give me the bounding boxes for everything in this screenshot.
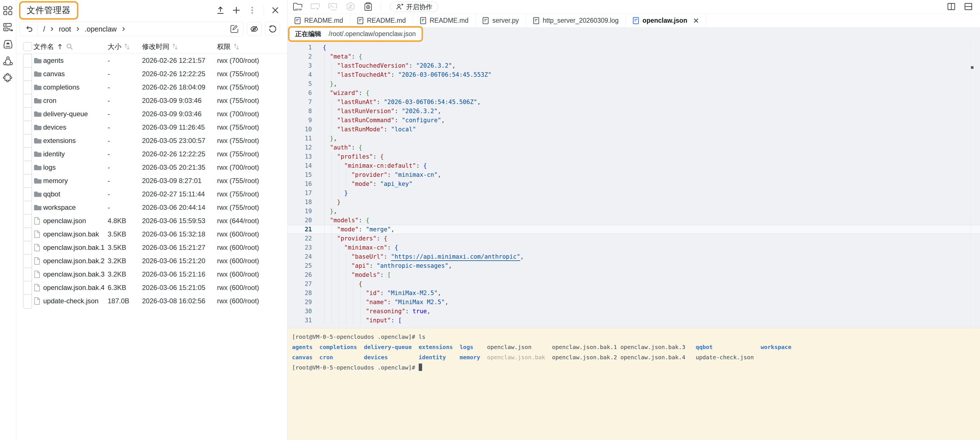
file-row[interactable]: completions - 2026-02-26 18:04:09 rwx (7… — [16, 80, 287, 94]
file-row[interactable]: openclaw.json.bak.2 3.2KB 2026-03-06 15:… — [16, 254, 287, 268]
storage-icon[interactable] — [3, 39, 13, 49]
row-checkbox[interactable] — [23, 174, 31, 187]
editor-tab[interactable]: README.md — [413, 14, 476, 27]
sftp-folder-icon[interactable]: SFTP — [293, 2, 303, 12]
code-editor[interactable]: 1{2 "meta": {3 "lastTouchedVersion": "20… — [288, 42, 980, 328]
close-tab-icon[interactable]: ✕ — [693, 17, 699, 24]
code-line[interactable]: 9 "lastRunCommand": "configure", — [288, 116, 980, 125]
file-row[interactable]: canvas - 2026-02-26 12:22:25 rwx (755/ro… — [16, 67, 287, 80]
row-checkbox[interactable] — [23, 54, 31, 67]
file-row[interactable]: identity - 2026-02-26 12:22:25 rwx (755/… — [16, 147, 287, 161]
code-line[interactable]: 13 "profiles": { — [288, 152, 980, 161]
code-line[interactable]: 18 } — [288, 198, 980, 207]
code-line[interactable]: 31 "input": [ — [288, 316, 980, 325]
file-row[interactable]: extensions - 2026-03-05 23:00:57 rwx (75… — [16, 134, 287, 147]
file-row[interactable]: cron - 2026-03-09 9:03:46 rwx (755/root) — [16, 94, 287, 107]
code-line[interactable]: 5 }, — [288, 79, 980, 88]
code-line[interactable]: 4 "lastTouchedAt": "2026-03-06T06:54:45.… — [288, 70, 980, 79]
edit-path-icon[interactable] — [229, 24, 239, 34]
back-button[interactable] — [20, 22, 38, 36]
code-line[interactable]: 3 "lastTouchedVersion": "2026.3.2", — [288, 61, 980, 70]
breadcrumb-item[interactable]: .openclaw — [85, 25, 117, 33]
row-checkbox[interactable] — [23, 121, 31, 134]
code-line[interactable]: 19 }, — [288, 207, 980, 216]
row-checkbox[interactable] — [23, 107, 31, 121]
row-checkbox[interactable] — [23, 94, 31, 107]
extensions-icon[interactable] — [3, 73, 13, 83]
share-icon[interactable] — [3, 56, 13, 66]
refresh-button[interactable] — [265, 22, 280, 36]
new-file-icon[interactable] — [232, 6, 241, 15]
code-line[interactable]: 25 "api": "anthropic-messages", — [288, 261, 980, 270]
close-panel-icon[interactable] — [271, 6, 280, 15]
code-line[interactable]: 14 "minimax-cn:default": { — [288, 161, 980, 170]
row-checkbox[interactable] — [23, 254, 31, 268]
file-row[interactable]: delivery-queue - 2026-03-09 9:03:46 rwx … — [16, 107, 287, 121]
code-line[interactable]: 1{ — [288, 43, 980, 52]
code-line[interactable]: 20 "models": { — [288, 216, 980, 225]
editor-tab[interactable]: openclaw.json ✕ — [626, 14, 706, 27]
code-line[interactable]: 11 }, — [288, 134, 980, 143]
terminal[interactable]: [root@VM-0-5-opencloudos .openclaw]# lsa… — [288, 328, 980, 440]
row-checkbox[interactable] — [23, 214, 31, 227]
file-row[interactable]: workspace - 2026-03-06 20:44:14 rwx (755… — [16, 201, 287, 214]
apps-icon[interactable] — [3, 6, 13, 16]
file-row[interactable]: openclaw.json.bak.1 3.5KB 2026-03-06 15:… — [16, 241, 287, 254]
file-row[interactable]: openclaw.json.bak 3.5KB 2026-03-06 15:32… — [16, 227, 287, 241]
code-line[interactable]: 30 "reasoning": true, — [288, 307, 980, 316]
start-collaboration-button[interactable]: 开启协作 — [390, 2, 438, 12]
row-checkbox[interactable] — [23, 67, 31, 80]
breadcrumb-item[interactable]: root — [59, 25, 71, 33]
file-row[interactable]: openclaw.json.bak.3 3.2KB 2026-03-06 15:… — [16, 268, 287, 281]
editor-tab[interactable]: README.md — [350, 14, 413, 27]
row-checkbox[interactable] — [23, 134, 31, 147]
server-icon[interactable] — [3, 22, 13, 33]
code-line[interactable]: 23 "minimax-cn": { — [288, 243, 980, 252]
code-line[interactable]: 12 "auth": { — [288, 143, 980, 152]
column-size[interactable]: 大小 — [108, 40, 130, 53]
row-checkbox[interactable] — [23, 161, 31, 174]
scrollbar-marker[interactable] — [971, 66, 974, 69]
code-line[interactable]: 17 } — [288, 188, 980, 198]
toggle-hidden-files-button[interactable] — [247, 22, 262, 36]
column-modified[interactable]: 修改时间 — [142, 40, 178, 53]
row-checkbox[interactable] — [23, 187, 31, 201]
file-row[interactable]: devices - 2026-03-09 11:26:45 rwx (755/r… — [16, 121, 287, 134]
code-line[interactable]: 15 "provider": "minimax-cn", — [288, 170, 980, 179]
row-checkbox[interactable] — [23, 281, 31, 294]
row-checkbox[interactable] — [23, 227, 31, 241]
code-line[interactable]: 28 "id": "MiniMax-M2.5", — [288, 289, 980, 298]
sort-icon[interactable] — [234, 43, 239, 50]
code-line[interactable]: 27 { — [288, 279, 980, 289]
column-perms[interactable]: 权限 — [217, 40, 239, 53]
code-line[interactable]: 6 "wizard": { — [288, 88, 980, 97]
code-line[interactable]: 24 "baseUrl": "https://api.minimaxi.com/… — [288, 252, 980, 261]
row-checkbox[interactable] — [23, 147, 31, 161]
file-row[interactable]: agents - 2026-02-26 12:21:57 rwx (700/ro… — [16, 54, 287, 67]
row-checkbox[interactable] — [23, 241, 31, 254]
screenshot-icon[interactable] — [363, 2, 373, 12]
code-line[interactable]: 22 "providers": { — [288, 234, 980, 243]
code-line[interactable]: 29 "name": "MiniMax M2.5", — [288, 298, 980, 307]
file-row[interactable]: memory - 2026-03-09 8:27:01 rwx (755/roo… — [16, 174, 287, 187]
breadcrumb-item[interactable]: / — [43, 25, 45, 33]
split-horizontal-icon[interactable] — [964, 3, 973, 11]
file-row[interactable]: update-check.json 187.0B 2026-03-08 16:0… — [16, 294, 287, 308]
code-line[interactable]: 8 "lastRunVersion": "2026.3.2", — [288, 107, 980, 116]
file-row[interactable]: logs - 2026-03-05 20:21:35 rwx (700/root… — [16, 161, 287, 174]
column-name[interactable]: 文件名 — [33, 40, 73, 53]
code-line[interactable]: 7 "lastRunAt": "2026-03-06T06:54:45.506Z… — [288, 97, 980, 107]
search-icon[interactable] — [66, 43, 73, 50]
code-line[interactable]: 2 "meta": { — [288, 52, 980, 61]
file-row[interactable]: qqbot - 2026-02-27 15:11:44 rwx (755/roo… — [16, 187, 287, 201]
code-line[interactable]: 10 "lastRunMode": "local" — [288, 125, 980, 134]
editor-scrollbar-rail[interactable] — [970, 42, 980, 328]
more-options-icon[interactable] — [248, 6, 257, 15]
editor-tab[interactable]: http_server_20260309.log — [526, 14, 626, 27]
code-line[interactable]: 21 "mode": "merge", — [288, 225, 980, 234]
sort-icon[interactable] — [124, 43, 130, 50]
editor-tab[interactable]: server.py — [476, 14, 526, 27]
sort-icon[interactable] — [172, 43, 178, 50]
code-line[interactable]: 16 "mode": "api_key" — [288, 179, 980, 188]
row-checkbox[interactable] — [23, 201, 31, 214]
